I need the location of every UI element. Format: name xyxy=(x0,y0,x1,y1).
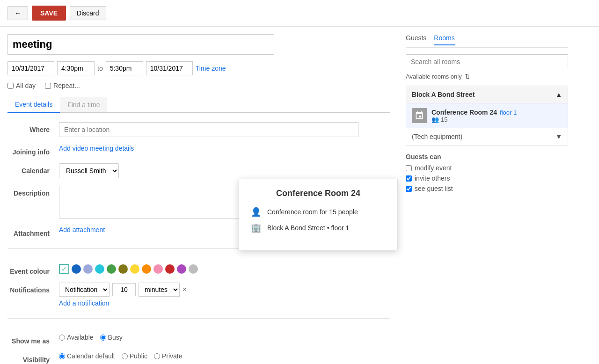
toolbar: ← SAVE Discard xyxy=(0,0,599,27)
room-details: Conference Room 24 floor 1 👥 15 xyxy=(431,109,517,123)
remove-notification-button[interactable]: × xyxy=(183,285,187,294)
see-guest-list-label: see guest list xyxy=(415,185,453,192)
public-radio[interactable] xyxy=(122,353,128,359)
add-attachment-link[interactable]: Add attachment xyxy=(59,226,105,233)
capacity-number: 15 xyxy=(441,116,447,123)
description-label: Description xyxy=(7,186,59,197)
invite-others-permission: invite others xyxy=(406,175,568,182)
visibility-label: Visibility xyxy=(7,352,59,364)
available-label: Available xyxy=(67,334,94,341)
repeat-label: Repeat... xyxy=(53,82,80,89)
private-radio[interactable] xyxy=(154,353,160,359)
event-title-input[interactable] xyxy=(7,34,274,55)
calendar-default-radio-label[interactable]: Calendar default xyxy=(59,352,115,360)
building-section-header[interactable]: Block A Bond Street ▲ xyxy=(406,86,568,103)
end-date-input[interactable] xyxy=(146,61,193,75)
see-guest-list-permission: see guest list xyxy=(406,185,568,192)
attachment-label: Attachment xyxy=(7,226,59,237)
modify-event-label: modify event xyxy=(415,164,452,172)
repeat-checkbox-label[interactable]: Repeat... xyxy=(45,82,80,89)
modify-event-permission: modify event xyxy=(406,164,568,172)
color-swatch-orange[interactable] xyxy=(142,264,151,274)
guests-can-title: Guests can xyxy=(406,153,568,160)
color-swatch-teal-check[interactable]: ✓ xyxy=(59,264,69,274)
see-guest-list-checkbox[interactable] xyxy=(406,186,412,192)
location-input[interactable] xyxy=(59,122,358,137)
discard-button[interactable]: Discard xyxy=(70,6,106,20)
event-colour-label: Event colour xyxy=(7,264,59,275)
calendar-default-radio[interactable] xyxy=(59,353,65,359)
room-floor: floor 1 xyxy=(500,109,517,116)
public-radio-label[interactable]: Public xyxy=(122,352,147,360)
busy-label: Busy xyxy=(108,334,123,341)
room-capacity: 👥 15 xyxy=(431,116,517,123)
tooltip-person-icon: 👤 xyxy=(250,207,262,217)
available-radio[interactable] xyxy=(59,335,65,341)
tab-event-details[interactable]: Event details xyxy=(7,97,60,113)
expand-icon: ▼ xyxy=(555,133,562,140)
available-only-row: Available rooms only ⇅ xyxy=(406,73,568,80)
start-date-input[interactable] xyxy=(7,61,54,75)
color-swatch-green[interactable] xyxy=(107,264,116,274)
start-time-input[interactable] xyxy=(57,61,95,75)
notification-type-select[interactable]: Notification xyxy=(59,283,110,297)
notifications-label: Notifications xyxy=(7,283,59,294)
color-swatch-gray[interactable] xyxy=(189,264,198,274)
all-day-checkbox[interactable] xyxy=(7,83,14,89)
visibility-options: Calendar default Public Private xyxy=(59,352,390,360)
to-label: to xyxy=(97,65,103,72)
color-swatch-olive[interactable] xyxy=(118,264,128,274)
people-icon: 👥 xyxy=(431,116,439,123)
available-radio-label[interactable]: Available xyxy=(59,334,94,341)
color-swatch-cyan[interactable] xyxy=(95,264,104,274)
private-radio-label[interactable]: Private xyxy=(154,352,183,360)
divider2 xyxy=(7,318,390,319)
guests-rooms-tabs: Guests Rooms xyxy=(406,34,568,48)
invite-others-checkbox[interactable] xyxy=(406,175,412,182)
collapse-icon: ▲ xyxy=(555,91,562,98)
tab-find-time[interactable]: Find a time xyxy=(60,97,107,112)
public-label: Public xyxy=(130,352,147,360)
timezone-link[interactable]: Time zone xyxy=(196,65,226,72)
add-notification-link[interactable]: Add a notification xyxy=(59,299,390,307)
all-day-label: All day xyxy=(16,82,36,89)
color-swatch-blue[interactable] xyxy=(72,264,81,274)
tech-equipment-row[interactable]: (Tech equipment) ▼ xyxy=(406,128,568,146)
room-item[interactable]: Conference Room 24 floor 1 👥 15 xyxy=(406,103,568,128)
notification-minutes-input[interactable] xyxy=(112,283,136,296)
modify-event-checkbox[interactable] xyxy=(406,165,412,171)
calendar-default-label: Calendar default xyxy=(67,352,115,360)
color-swatch-pink[interactable] xyxy=(153,264,163,274)
color-swatch-lavender[interactable] xyxy=(83,264,93,274)
busy-radio[interactable] xyxy=(100,335,106,341)
tooltip-location-row: 🏢 Block A Bond Street • floor 1 xyxy=(250,223,386,233)
notifications-section: Notification minutes × Add a notificatio… xyxy=(59,283,390,307)
add-video-link[interactable]: Add video meeting details xyxy=(59,145,134,152)
room-tooltip-popup: Conference Room 24 👤 Conference room for… xyxy=(239,179,398,250)
calendar-select[interactable]: Russell Smith xyxy=(59,163,119,178)
where-label: Where xyxy=(7,122,59,133)
guests-tab[interactable]: Guests xyxy=(406,34,426,45)
all-day-checkbox-label[interactable]: All day xyxy=(7,82,36,89)
available-sort-icon[interactable]: ⇅ xyxy=(465,73,470,80)
available-only-label: Available rooms only xyxy=(406,73,462,80)
color-swatch-purple[interactable] xyxy=(177,264,186,274)
busy-radio-label[interactable]: Busy xyxy=(100,334,123,341)
color-palette: ✓ xyxy=(59,264,198,274)
notification-row: Notification minutes × xyxy=(59,283,390,297)
save-button[interactable]: SAVE xyxy=(32,6,66,21)
show-me-as-label: Show me as xyxy=(7,334,59,345)
rooms-tab[interactable]: Rooms xyxy=(434,34,454,45)
notification-unit-select[interactable]: minutes xyxy=(139,283,180,297)
color-swatch-red[interactable] xyxy=(165,264,175,274)
repeat-checkbox[interactable] xyxy=(45,83,51,89)
tooltip-capacity-row: 👤 Conference room for 15 people xyxy=(250,207,386,217)
right-panel: Guests Rooms Available rooms only ⇅ Bloc… xyxy=(398,34,576,364)
color-swatch-yellow[interactable] xyxy=(130,264,139,274)
search-rooms-input[interactable] xyxy=(406,54,568,69)
joining-info-label: Joining info xyxy=(7,145,59,156)
end-time-input[interactable] xyxy=(106,61,143,75)
calendar-label: Calendar xyxy=(7,163,59,175)
back-button[interactable]: ← xyxy=(7,6,28,20)
invite-others-label: invite others xyxy=(415,175,450,182)
